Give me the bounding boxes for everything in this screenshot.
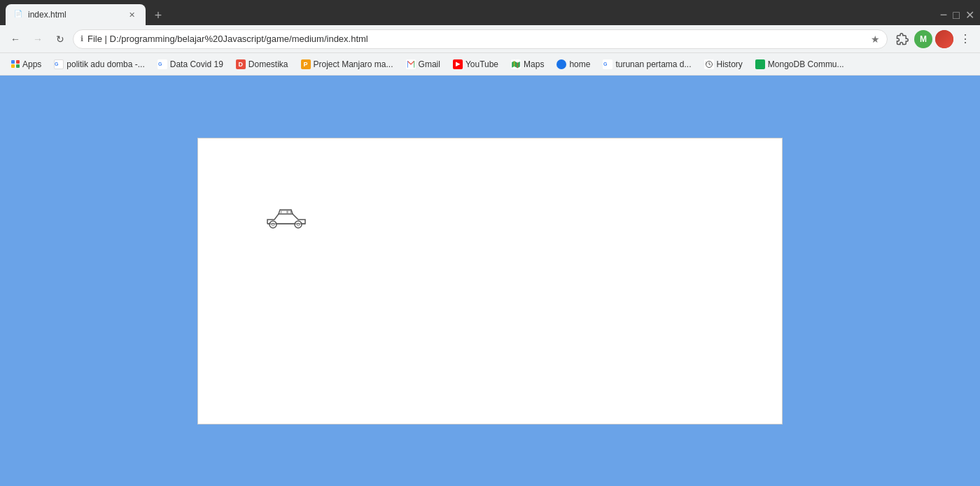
bookmark-youtube-label: YouTube [465,59,498,69]
svg-point-6 [295,221,302,228]
bookmark-mongodb-label: MongoDB Commu... [768,59,844,69]
car-sprite [265,207,308,234]
game-canvas [197,138,783,424]
extensions-button[interactable] [893,30,911,48]
chrome-menu-button[interactable]: ⋮ [956,30,974,48]
bookmark-gmail-favicon [406,59,416,69]
apps-grid-icon [11,60,20,69]
bookmark-home-label: home [569,59,590,69]
bookmark-maps[interactable]: Maps [505,56,550,73]
bookmark-favicon: G [54,59,64,69]
address-bar[interactable]: ℹ File | D:/programming/belajar%20Javasc… [73,29,888,49]
svg-text:G: G [55,62,59,66]
bookmark-gmail[interactable]: Gmail [400,56,446,73]
active-tab[interactable]: 📄 index.html ✕ [6,4,146,25]
toolbar: ← → ↻ ℹ File | D:/programming/belajar%20… [0,25,980,53]
reload-button[interactable]: ↻ [50,29,70,49]
bookmark-project-favicon: P [301,59,311,69]
bookmark-youtube-favicon: ▶ [453,59,463,69]
tab-title: index.html [28,10,66,20]
bookmark-turunan-favicon: G [603,59,612,69]
tab-close-button[interactable]: ✕ [126,9,137,20]
bookmark-turunan[interactable]: G turunan pertama d... [597,56,696,73]
bookmark-youtube[interactable]: ▶ YouTube [447,56,504,73]
bookmark-mongodb[interactable]: MongoDB Commu... [750,56,850,73]
bookmark-apps-label: Apps [22,59,41,69]
bookmark-apps[interactable]: Apps [6,56,47,73]
forward-button[interactable]: → [28,29,48,49]
bookmark-history-label: History [717,59,743,69]
close-window-button[interactable]: ✕ [965,8,974,22]
bookmark-covid[interactable]: G Data Covid 19 [152,56,229,73]
bookmark-star-icon[interactable]: ★ [871,34,880,45]
bookmark-project-label: Project Manjaro ma... [314,59,393,69]
bookmark-maps-label: Maps [524,59,544,69]
bookmark-gmail-label: Gmail [419,59,440,69]
maximize-button[interactable]: □ [953,9,960,22]
svg-point-4 [270,221,276,228]
bookmark-politik[interactable]: G politik adu domba -... [48,56,150,73]
bookmark-history[interactable]: History [699,56,748,73]
avatar-button[interactable] [935,30,953,48]
bookmarks-bar: Apps G politik adu domba -... G Data Cov… [0,53,980,76]
bookmark-maps-favicon [511,59,521,69]
back-button[interactable]: ← [6,29,25,49]
bookmark-covid-favicon: G [158,59,167,69]
bookmark-home[interactable]: home [551,56,596,73]
bookmark-covid-label: Data Covid 19 [170,59,223,69]
bookmark-history-favicon [704,59,714,69]
bookmark-project[interactable]: P Project Manjaro ma... [295,56,399,73]
page-content [0,76,980,486]
bookmark-domestika-favicon: D [236,59,246,69]
address-text: File | D:/programming/belajar%20Javascri… [88,34,867,44]
info-icon: ℹ [80,34,83,43]
svg-text:G: G [603,62,608,66]
bookmark-home-favicon [556,59,566,69]
bookmark-domestika-label: Domestika [248,59,288,69]
bookmark-turunan-label: turunan pertama d... [615,59,691,69]
new-tab-button[interactable]: + [148,6,168,25]
bookmark-politik-label: politik adu domba -... [66,59,144,69]
bookmark-mongodb-favicon [755,59,765,69]
profile-button[interactable]: M [914,30,932,48]
bookmark-domestika[interactable]: D Domestika [230,56,294,73]
minimize-button[interactable]: − [940,8,948,22]
toolbar-right: M ⋮ [893,30,974,48]
svg-text:G: G [158,62,162,66]
tab-bar: 📄 index.html ✕ + − □ ✕ [0,0,980,25]
